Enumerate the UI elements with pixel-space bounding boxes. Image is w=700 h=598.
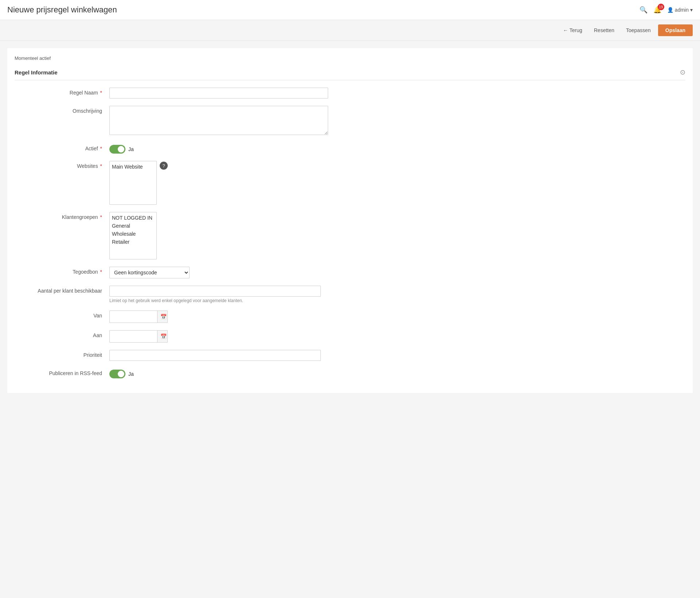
customer-groups-field: NOT LOGGED IN General Wholesale Retailer xyxy=(109,212,328,259)
to-date-input[interactable] xyxy=(110,331,157,342)
rule-name-label: Regel Naam * xyxy=(15,88,109,96)
priority-field xyxy=(109,350,328,361)
user-menu-button[interactable]: 👤 admin ▾ xyxy=(667,7,693,13)
calendar-icon: 📅 xyxy=(160,333,167,339)
to-label: Aan xyxy=(15,330,109,338)
save-button[interactable]: Opslaan xyxy=(658,24,693,36)
rule-name-input[interactable] xyxy=(109,88,328,99)
group-option-not-logged-in[interactable]: NOT LOGGED IN xyxy=(110,214,156,222)
to-calendar-button[interactable]: 📅 xyxy=(157,331,168,342)
rule-name-field xyxy=(109,88,328,99)
apply-button[interactable]: Toepassen xyxy=(622,25,655,35)
toggle-slider xyxy=(109,145,125,154)
search-button[interactable]: 🔍 xyxy=(639,6,648,14)
group-option-wholesale[interactable]: Wholesale xyxy=(110,230,156,238)
to-date-wrap: 📅 xyxy=(109,330,168,343)
customer-groups-label: Klantengroepen * xyxy=(15,212,109,220)
website-option[interactable]: Main Website xyxy=(110,163,156,171)
rule-name-row: Regel Naam * xyxy=(15,88,685,99)
active-status: Momenteel actief xyxy=(15,55,685,61)
rss-toggle-slider xyxy=(109,370,125,378)
active-label: Actief * xyxy=(15,143,109,151)
from-date-wrap: 📅 xyxy=(109,310,168,323)
active-field: Ja xyxy=(109,143,328,154)
websites-wrap: Main Website ? xyxy=(109,161,328,205)
required-mark: * xyxy=(100,214,102,220)
from-field: 📅 xyxy=(109,310,328,323)
customer-groups-row: Klantengroepen * NOT LOGGED IN General W… xyxy=(15,212,685,259)
rss-label: Publiceren in RSS-feed xyxy=(15,368,109,376)
uses-hint: Limiet op het gebruik werd enkel opgeleg… xyxy=(109,298,328,303)
required-mark: * xyxy=(100,146,102,151)
coupon-field: Geen kortingscode Specifieke kortingscod… xyxy=(109,267,328,278)
user-label: admin xyxy=(675,7,689,13)
customer-groups-select[interactable]: NOT LOGGED IN General Wholesale Retailer xyxy=(109,212,157,259)
description-row: Omschrijving xyxy=(15,106,685,136)
group-option-general[interactable]: General xyxy=(110,222,156,230)
reset-button[interactable]: Resetten xyxy=(590,25,619,35)
uses-per-customer-field: Limiet op het gebruik werd enkel opgeleg… xyxy=(109,286,328,303)
page-title: Nieuwe prijsregel winkelwagen xyxy=(7,5,117,15)
description-textarea[interactable] xyxy=(109,106,328,135)
user-icon: 👤 xyxy=(667,7,673,13)
active-toggle-wrap: Ja xyxy=(109,143,328,154)
coupon-select[interactable]: Geen kortingscode Specifieke kortingscod… xyxy=(109,267,190,278)
priority-input[interactable] xyxy=(109,350,321,361)
search-icon: 🔍 xyxy=(639,6,648,13)
active-toggle[interactable] xyxy=(109,145,125,154)
required-mark: * xyxy=(100,269,102,275)
active-value: Ja xyxy=(128,146,134,152)
websites-help-icon[interactable]: ? xyxy=(160,162,168,170)
coupon-label: Tegoedbon * xyxy=(15,267,109,275)
section-title: Regel Informatie xyxy=(15,69,58,76)
section-header: Regel Informatie ⊙ xyxy=(15,68,685,80)
rss-field: Ja xyxy=(109,368,328,378)
rss-value: Ja xyxy=(128,371,134,377)
coupon-select-wrap: Geen kortingscode Specifieke kortingscod… xyxy=(109,267,328,278)
main-content: Momenteel actief Regel Informatie ⊙ Rege… xyxy=(7,48,693,393)
header: Nieuwe prijsregel winkelwagen 🔍 🔔 19 👤 a… xyxy=(0,0,700,20)
rss-toggle[interactable] xyxy=(109,370,125,378)
active-row: Actief * Ja xyxy=(15,143,685,154)
notification-badge: 19 xyxy=(658,4,664,10)
websites-label: Websites * xyxy=(15,161,109,169)
from-calendar-button[interactable]: 📅 xyxy=(157,311,168,323)
priority-label: Prioriteit xyxy=(15,350,109,358)
calendar-icon: 📅 xyxy=(160,314,167,320)
description-field xyxy=(109,106,328,136)
header-icons: 🔍 🔔 19 👤 admin ▾ xyxy=(639,6,693,14)
rss-toggle-wrap: Ja xyxy=(109,368,328,378)
from-row: Van 📅 xyxy=(15,310,685,323)
uses-per-customer-input[interactable] xyxy=(109,286,321,297)
description-label: Omschrijving xyxy=(15,106,109,114)
from-date-input[interactable] xyxy=(110,312,157,322)
from-label: Van xyxy=(15,310,109,319)
required-mark: * xyxy=(100,90,102,96)
websites-field: Main Website ? xyxy=(109,161,328,205)
required-mark: * xyxy=(100,163,102,169)
back-button[interactable]: ← Terug xyxy=(559,25,587,35)
to-row: Aan 📅 xyxy=(15,330,685,343)
collapse-button[interactable]: ⊙ xyxy=(680,68,685,76)
group-option-retailer[interactable]: Retailer xyxy=(110,238,156,246)
chevron-down-icon: ▾ xyxy=(690,7,693,13)
toolbar: ← Terug Resetten Toepassen Opslaan xyxy=(0,20,700,41)
websites-row: Websites * Main Website ? xyxy=(15,161,685,205)
coupon-row: Tegoedbon * Geen kortingscode Specifieke… xyxy=(15,267,685,278)
uses-per-customer-label: Aantal per klant beschikbaar xyxy=(15,286,109,294)
to-field: 📅 xyxy=(109,330,328,343)
notification-button[interactable]: 🔔 19 xyxy=(653,6,661,14)
priority-row: Prioriteit xyxy=(15,350,685,361)
rss-row: Publiceren in RSS-feed Ja xyxy=(15,368,685,378)
uses-per-customer-row: Aantal per klant beschikbaar Limiet op h… xyxy=(15,286,685,303)
websites-select[interactable]: Main Website xyxy=(109,161,157,205)
